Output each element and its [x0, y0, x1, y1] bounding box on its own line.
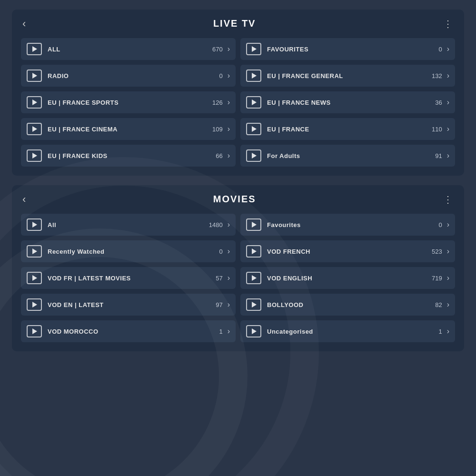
movies-grid: All1480›Favourites0›Recently Watched0›VO… [12, 211, 464, 351]
page-wrapper: ‹LIVE TV⋮ALL670›FAVOURITES0›RADIO0›EU | … [0, 0, 476, 476]
item-label: EU | FRANCE GENERAL [267, 72, 429, 79]
play-triangle-icon [32, 99, 37, 105]
play-triangle-icon [32, 153, 37, 159]
item-label: VOD EN | LATEST [48, 301, 209, 308]
movies-title: MOVIES [26, 194, 443, 205]
item-count: 36 [429, 99, 442, 106]
play-triangle-icon [252, 275, 257, 281]
chevron-right-icon: › [228, 98, 230, 107]
live-tv-header: ‹LIVE TV⋮ [12, 10, 464, 36]
item-count: 0 [429, 221, 442, 228]
chevron-right-icon: › [447, 125, 449, 133]
item-label: Recently Watched [48, 248, 209, 255]
item-label: EU | FRANCE SPORTS [48, 99, 209, 106]
play-icon [246, 325, 261, 337]
play-icon [246, 272, 261, 284]
live-tv-item-1[interactable]: FAVOURITES0› [240, 38, 455, 60]
live-tv-more-button[interactable]: ⋮ [443, 19, 454, 29]
item-count: 523 [429, 248, 442, 255]
item-count: 0 [429, 46, 442, 53]
play-triangle-icon [32, 222, 37, 228]
chevron-right-icon: › [447, 71, 449, 80]
play-icon [246, 149, 261, 162]
chevron-right-icon: › [228, 300, 230, 309]
play-icon [246, 96, 261, 109]
play-triangle-icon [32, 73, 37, 79]
play-triangle-icon [252, 153, 257, 159]
live-tv-item-5[interactable]: EU | FRANCE NEWS36› [240, 91, 455, 113]
live-tv-item-2[interactable]: RADIO0› [21, 65, 236, 87]
item-label: FAVOURITES [267, 46, 429, 53]
live-tv-item-3[interactable]: EU | FRANCE GENERAL132› [240, 65, 455, 87]
play-triangle-icon [32, 328, 37, 334]
chevron-right-icon: › [447, 220, 449, 229]
play-icon [246, 123, 261, 135]
item-count: 132 [429, 72, 442, 79]
play-triangle-icon [32, 248, 37, 254]
item-label: EU | FRANCE CINEMA [48, 126, 209, 133]
item-count: 97 [209, 301, 223, 308]
item-label: RADIO [48, 72, 209, 79]
live-tv-item-4[interactable]: EU | FRANCE SPORTS126› [21, 91, 236, 113]
item-count: 126 [209, 99, 223, 106]
chevron-right-icon: › [447, 45, 449, 53]
movies-item-3[interactable]: VOD FRENCH523› [240, 240, 455, 262]
movies-item-2[interactable]: Recently Watched0› [21, 240, 236, 262]
chevron-right-icon: › [447, 300, 449, 309]
chevron-right-icon: › [228, 125, 230, 133]
live-tv-title: LIVE TV [26, 18, 443, 29]
live-tv-item-7[interactable]: EU | FRANCE110› [240, 118, 455, 140]
movies-item-0[interactable]: All1480› [21, 214, 236, 236]
item-count: 57 [209, 275, 223, 282]
live-tv-back-button[interactable]: ‹ [22, 19, 26, 29]
movies-back-button[interactable]: ‹ [22, 194, 26, 205]
play-icon [27, 245, 42, 258]
movies-item-8[interactable]: VOD MOROCCO1› [21, 320, 236, 342]
movies-item-4[interactable]: VOD FR | LATEST MOVIES57› [21, 267, 236, 289]
item-label: Uncategorised [267, 328, 429, 335]
movies-item-6[interactable]: VOD EN | LATEST97› [21, 294, 236, 316]
item-count: 91 [429, 152, 442, 159]
movies-item-9[interactable]: Uncategorised1› [240, 320, 455, 342]
play-icon [27, 123, 42, 135]
live-tv-item-8[interactable]: EU | FRANCE KIDS66› [21, 145, 236, 167]
play-icon [27, 69, 42, 82]
item-count: 82 [429, 301, 442, 308]
live-tv-item-0[interactable]: ALL670› [21, 38, 236, 60]
play-icon [246, 43, 261, 55]
movies-item-5[interactable]: VOD ENGLISH719› [240, 267, 455, 289]
item-label: ALL [48, 46, 209, 53]
section-movies: ‹MOVIES⋮All1480›Favourites0›Recently Wat… [12, 185, 464, 351]
movies-item-7[interactable]: BOLLYOOD82› [240, 294, 455, 316]
live-tv-item-9[interactable]: For Adults91› [240, 145, 455, 167]
item-label: EU | FRANCE KIDS [48, 152, 209, 159]
item-label: EU | FRANCE NEWS [267, 99, 429, 106]
movies-more-button[interactable]: ⋮ [443, 195, 454, 204]
chevron-right-icon: › [447, 327, 449, 336]
play-icon [27, 325, 42, 337]
play-triangle-icon [32, 275, 37, 281]
play-icon [27, 272, 42, 284]
chevron-right-icon: › [228, 45, 230, 53]
live-tv-item-6[interactable]: EU | FRANCE CINEMA109› [21, 118, 236, 140]
item-count: 1 [209, 328, 223, 335]
play-triangle-icon [252, 328, 257, 334]
play-icon [27, 298, 42, 311]
item-label: EU | FRANCE [267, 126, 429, 133]
item-count: 110 [429, 126, 442, 133]
play-triangle-icon [32, 302, 37, 307]
play-triangle-icon [32, 126, 37, 132]
chevron-right-icon: › [228, 247, 230, 256]
chevron-right-icon: › [447, 247, 449, 256]
item-count: 719 [429, 275, 442, 282]
item-label: VOD FRENCH [267, 248, 429, 255]
movies-item-1[interactable]: Favourites0› [240, 214, 455, 236]
section-live-tv: ‹LIVE TV⋮ALL670›FAVOURITES0›RADIO0›EU | … [12, 10, 464, 176]
item-count: 670 [209, 46, 223, 53]
item-label: Favourites [267, 221, 429, 228]
play-icon [246, 245, 261, 258]
chevron-right-icon: › [228, 274, 230, 282]
play-triangle-icon [252, 73, 257, 79]
chevron-right-icon: › [228, 327, 230, 336]
item-count: 66 [209, 152, 223, 159]
